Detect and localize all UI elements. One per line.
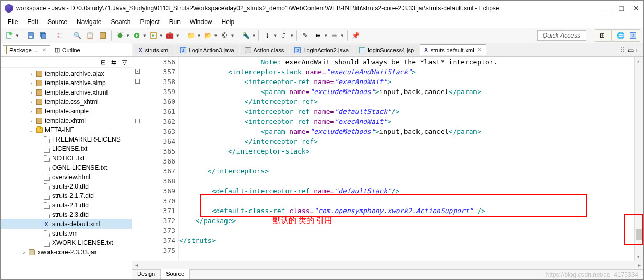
editor-tab[interactable]: loginSuccess4.jsp bbox=[354, 45, 419, 55]
code-line[interactable] bbox=[179, 156, 634, 166]
editor-tab[interactable]: Xstruts.xml bbox=[134, 45, 174, 55]
code-line[interactable]: </struts> bbox=[179, 236, 634, 246]
tree-item[interactable]: OGNL-LICENSE.txt bbox=[1, 163, 132, 172]
tree-item[interactable]: XWORK-LICENSE.txt bbox=[1, 238, 132, 248]
external-tools-button[interactable]: 🧰 bbox=[164, 30, 176, 41]
fold-toggle[interactable]: - bbox=[135, 79, 140, 84]
tree-item[interactable]: NOTICE.txt bbox=[1, 154, 132, 163]
save-button[interactable] bbox=[25, 30, 37, 41]
editor-tab[interactable]: Action.class bbox=[240, 45, 289, 55]
tree-item[interactable]: struts-2.1.7.dtd bbox=[1, 191, 132, 201]
run-button[interactable] bbox=[131, 30, 142, 41]
code-line[interactable]: <param name="excludeMethods">input,back,… bbox=[179, 87, 634, 97]
search-button[interactable]: 🔦 bbox=[240, 30, 252, 41]
fold-toggle[interactable]: - bbox=[135, 119, 140, 123]
code-line[interactable] bbox=[179, 226, 634, 236]
menu-project[interactable]: Project bbox=[136, 17, 163, 27]
tree-item[interactable]: ›template.xhtml bbox=[1, 116, 132, 125]
code-line[interactable]: </interceptor-stack> bbox=[179, 146, 634, 156]
last-edit-button[interactable]: ✎ bbox=[300, 30, 311, 41]
toggle-breadcrumb[interactable] bbox=[55, 30, 66, 41]
code-line[interactable]: <default-interceptor-ref name="defaultSt… bbox=[179, 186, 634, 196]
back-button[interactable]: ⬅ bbox=[312, 30, 324, 41]
bottom-tab-design[interactable]: Design bbox=[132, 270, 161, 280]
menu-source[interactable]: Source bbox=[43, 17, 71, 27]
code-line[interactable]: Note: execAndWait should always be the *… bbox=[179, 57, 634, 67]
java-perspective[interactable]: J bbox=[628, 30, 638, 41]
prev-annotation-button[interactable]: ⤴ bbox=[278, 30, 290, 41]
open-type-button[interactable]: 🔍 bbox=[72, 30, 84, 41]
view-tab-package[interactable]: Package …✕ bbox=[3, 45, 50, 55]
disclosure-icon[interactable]: › bbox=[28, 90, 35, 96]
tree-item[interactable]: ›template.simple bbox=[1, 107, 132, 116]
collapse-all-icon[interactable]: ⊟ bbox=[99, 58, 108, 66]
source-editor[interactable]: 356357-358-359360361362-3633643653663673… bbox=[132, 57, 643, 261]
debug-button[interactable] bbox=[114, 30, 126, 41]
tree-item[interactable]: Xstruts-default.xml bbox=[1, 219, 132, 229]
disclosure-icon[interactable]: › bbox=[28, 99, 35, 105]
new-source-folder-button[interactable]: 📂 bbox=[202, 30, 214, 41]
link-editor-icon[interactable]: ⇆ bbox=[110, 58, 118, 66]
tree-item[interactable]: FREEMARKER-LICENS bbox=[1, 135, 132, 144]
disclosure-icon[interactable]: › bbox=[20, 250, 28, 255]
code-line[interactable]: <default-class-ref class="com.opensympho… bbox=[179, 206, 634, 216]
code-line[interactable] bbox=[179, 176, 634, 186]
new-button[interactable] bbox=[4, 30, 15, 41]
editor-tab[interactable]: Xstruts-default.xml✕ bbox=[420, 44, 486, 55]
maximize-button[interactable]: □ bbox=[619, 4, 624, 13]
minimize-editor-icon[interactable]: ▭ bbox=[628, 46, 634, 54]
scrollbar-thumb[interactable] bbox=[636, 229, 642, 240]
fold-toggle[interactable]: - bbox=[135, 69, 140, 74]
tree-item[interactable]: struts-2.0.dtd bbox=[1, 182, 132, 191]
menu-run[interactable]: Run bbox=[165, 17, 185, 27]
code-line[interactable]: </interceptor-ref> bbox=[179, 136, 634, 146]
disclosure-icon[interactable]: › bbox=[28, 80, 35, 86]
view-menu-icon[interactable]: ▽ bbox=[120, 58, 128, 66]
code-line[interactable]: </interceptor-ref> bbox=[179, 97, 634, 107]
menu-window[interactable]: Window bbox=[186, 17, 217, 27]
code-line[interactable]: <interceptor-stack name="executeAndWaitS… bbox=[179, 67, 634, 77]
package-tree[interactable]: ›template.archive.ajax›template.archive.… bbox=[1, 68, 132, 280]
show-list-icon[interactable]: ⠿ bbox=[620, 46, 625, 54]
new-class-button[interactable]: © bbox=[219, 30, 230, 41]
forward-button[interactable]: ➡ bbox=[329, 30, 340, 41]
tree-item[interactable]: struts-2.1.dtd bbox=[1, 201, 132, 210]
code-line[interactable]: <interceptor-ref name="defaultStack"/> bbox=[179, 107, 634, 116]
close-icon[interactable]: ✕ bbox=[42, 47, 46, 53]
run-last-button[interactable] bbox=[148, 30, 159, 41]
close-button[interactable]: ✕ bbox=[633, 4, 639, 13]
tree-item[interactable]: overview.html bbox=[1, 172, 132, 182]
code-line[interactable] bbox=[179, 246, 634, 255]
tree-item[interactable]: struts.vm bbox=[1, 229, 132, 238]
quick-access[interactable]: Quick Access bbox=[537, 30, 586, 41]
disclosure-icon[interactable]: › bbox=[28, 118, 35, 124]
tree-item[interactable]: LICENSE.txt bbox=[1, 144, 132, 154]
next-annotation-button[interactable]: ⤵ bbox=[261, 30, 273, 41]
vertical-scrollbar[interactable]: ▴ ▾ bbox=[634, 57, 643, 261]
tree-item[interactable]: ›template.archive.simp bbox=[1, 78, 132, 88]
code-line[interactable]: <param name="excludeMethods">input,back,… bbox=[179, 126, 634, 136]
tree-item[interactable]: struts-2.3.dtd bbox=[1, 210, 132, 219]
menu-search[interactable]: Search bbox=[106, 17, 135, 27]
code-line[interactable] bbox=[179, 196, 634, 206]
tree-item[interactable]: ›xwork-core-2.3.33.jar bbox=[1, 248, 132, 257]
menu-navigate[interactable]: Navigate bbox=[73, 17, 105, 27]
view-tab-outline[interactable]: ◫Outline bbox=[51, 45, 84, 55]
editor-tab[interactable]: JLoginAction3.java bbox=[175, 45, 239, 55]
code-line[interactable]: </interceptors> bbox=[179, 166, 634, 176]
code-line[interactable]: </package> bbox=[179, 216, 634, 226]
maximize-editor-icon[interactable]: □ bbox=[637, 46, 640, 54]
code-line[interactable]: <interceptor-ref name="execAndWait"> bbox=[179, 116, 634, 126]
disclosure-icon[interactable]: ⌄ bbox=[28, 127, 35, 133]
close-icon[interactable]: ✕ bbox=[477, 46, 482, 53]
disclosure-icon[interactable]: › bbox=[28, 71, 35, 77]
new-java-project-button[interactable]: 📁 bbox=[186, 30, 197, 41]
tasks-button[interactable]: 📋 bbox=[85, 30, 96, 41]
menu-help[interactable]: Help bbox=[218, 17, 239, 27]
tree-item[interactable]: ›template.archive.ajax bbox=[1, 69, 132, 78]
pin-editor-button[interactable]: 📌 bbox=[350, 30, 362, 41]
tree-item[interactable]: ›template.archive.xhtml bbox=[1, 88, 132, 97]
menu-edit[interactable]: Edit bbox=[23, 17, 42, 27]
minimize-button[interactable]: — bbox=[603, 4, 610, 13]
bottom-tab-source[interactable]: Source bbox=[161, 269, 190, 280]
